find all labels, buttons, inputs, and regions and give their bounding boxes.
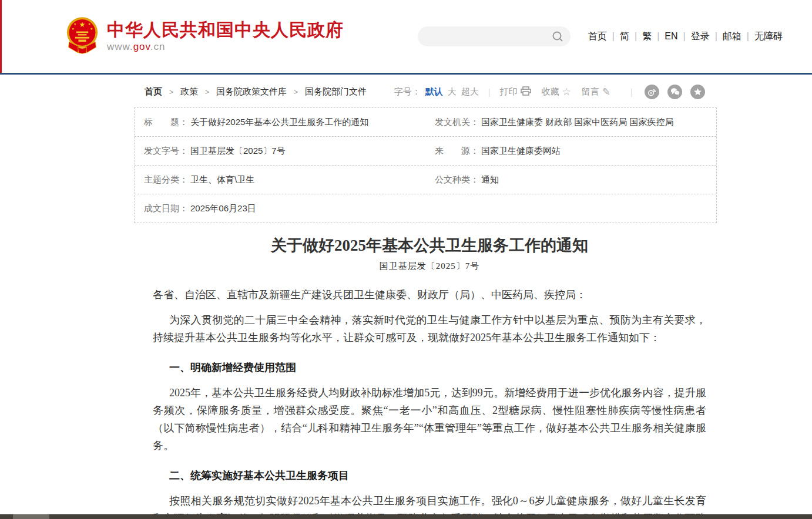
weibo-icon[interactable] bbox=[645, 85, 659, 99]
nav-item-6[interactable]: 无障碍 bbox=[754, 31, 783, 41]
search-input[interactable] bbox=[426, 26, 546, 48]
print-button[interactable]: 打印 bbox=[500, 86, 531, 97]
nav-item-4[interactable]: 登录 bbox=[691, 31, 710, 41]
page-tools: 字号： 默认大超大 | 打印 收藏 ☆ 留言 ✎ bbox=[394, 85, 705, 99]
meta-label: 发文字号： bbox=[144, 146, 188, 157]
site-header: ★ ★ ★ ★ ★ 中华人民共和国中央人民政 bbox=[0, 0, 812, 75]
svg-text:★: ★ bbox=[88, 22, 91, 26]
svg-text:★: ★ bbox=[73, 22, 76, 26]
meta-value: 国家卫生健康委网站 bbox=[481, 146, 561, 157]
nav-item-5[interactable]: 邮箱 bbox=[723, 31, 741, 41]
toolbar-divider: | bbox=[488, 87, 491, 97]
meta-cell-right: 公文种类：通知 bbox=[425, 174, 716, 186]
wechat-icon[interactable] bbox=[667, 85, 682, 99]
meta-label: 成文日期： bbox=[144, 203, 188, 214]
site-title: 中华人民共和国中央人民政府 bbox=[107, 20, 344, 39]
meta-row-3: 成文日期：2025年06月23日 bbox=[135, 194, 716, 223]
meta-cell-right: 来 源：国家卫生健康委网站 bbox=[425, 146, 716, 157]
font-size-option-2[interactable]: 超大 bbox=[461, 86, 479, 96]
site-url: www.gov.cn bbox=[107, 41, 344, 53]
breadcrumb-separator: > bbox=[287, 88, 305, 96]
breadcrumb-separator: > bbox=[198, 88, 216, 96]
favorite-button[interactable]: 收藏 ☆ bbox=[542, 86, 571, 98]
meta-value: 国家卫生健康委 财政部 国家中医药局 国家疾控局 bbox=[481, 117, 674, 128]
share-icons bbox=[645, 85, 705, 99]
meta-value: 2025年06月23日 bbox=[190, 203, 256, 214]
section-heading: 二、统筹实施好基本公共卫生服务项目 bbox=[153, 467, 706, 484]
nav-divider: | bbox=[678, 31, 691, 41]
meta-cell-left: 发文字号：国卫基层发〔2025〕7号 bbox=[135, 146, 425, 157]
svg-text:★: ★ bbox=[90, 27, 93, 31]
nav-item-0[interactable]: 首页 bbox=[588, 31, 607, 41]
meta-label: 标 题： bbox=[144, 117, 188, 128]
breadcrumb-item-1[interactable]: 政策 bbox=[180, 86, 198, 96]
national-emblem-logo: ★ ★ ★ ★ ★ bbox=[66, 16, 99, 56]
meta-label: 来 源： bbox=[435, 146, 479, 157]
breadcrumb-item-3[interactable]: 国务院部门文件 bbox=[305, 86, 367, 96]
breadcrumb-separator: > bbox=[162, 88, 180, 96]
body-paragraph: 2025年，基本公共卫生服务经费人均财政补助标准增加5元，达到99元。新增经费用… bbox=[153, 384, 706, 454]
meta-value: 国卫基层发〔2025〕7号 bbox=[190, 146, 286, 157]
toolbar-divider: | bbox=[630, 87, 633, 97]
site-brand[interactable]: ★ ★ ★ ★ ★ 中华人民共和国中央人民政 bbox=[66, 16, 344, 56]
star-outline-icon: ☆ bbox=[562, 86, 571, 98]
page: ★ ★ ★ ★ ★ 中华人民共和国中央人民政 bbox=[0, 0, 812, 519]
font-size-option-0[interactable]: 默认 bbox=[425, 86, 443, 96]
meta-value: 关于做好2025年基本公共卫生服务工作的通知 bbox=[190, 117, 368, 128]
nav-item-2[interactable]: 繁 bbox=[642, 31, 652, 41]
nav-item-1[interactable]: 简 bbox=[620, 31, 629, 41]
section-heading: 一、明确新增经费使用范围 bbox=[153, 359, 706, 376]
meta-label: 公文种类： bbox=[435, 174, 479, 186]
meta-label: 发文机关： bbox=[435, 117, 479, 128]
top-nav: 首页|简|繁|EN|登录|邮箱|无障碍 bbox=[588, 31, 783, 43]
meta-cell-left: 主题分类：卫生、体育\卫生 bbox=[135, 174, 425, 186]
document-paragraphs: 各省、自治区、直辖市及新疆生产建设兵团卫生健康委、财政厅（局）、中医药局、疾控局… bbox=[153, 286, 706, 519]
search-box[interactable] bbox=[418, 26, 571, 46]
meta-row-1: 发文字号：国卫基层发〔2025〕7号来 源：国家卫生健康委网站 bbox=[135, 137, 716, 166]
meta-row-2: 主题分类：卫生、体育\卫生公文种类：通知 bbox=[135, 166, 716, 194]
comment-button[interactable]: 留言 ✎ bbox=[582, 86, 610, 98]
horizontal-scrollbar[interactable] bbox=[0, 514, 812, 519]
meta-value: 卫生、体育\卫生 bbox=[190, 174, 254, 186]
nav-divider: | bbox=[741, 31, 754, 41]
pencil-icon: ✎ bbox=[602, 86, 610, 98]
document-meta-table: 标 题：关于做好2025年基本公共卫生服务工作的通知发文机关：国家卫生健康委 财… bbox=[134, 107, 717, 223]
scrollbar-thumb[interactable] bbox=[13, 514, 49, 519]
font-size-option-1[interactable]: 大 bbox=[448, 86, 457, 96]
breadcrumb-toolbar-row: 首页>政策>国务院政策文件库>国务院部门文件 字号： 默认大超大 | 打印 收藏… bbox=[145, 83, 705, 100]
nav-divider: | bbox=[710, 31, 723, 41]
svg-text:★: ★ bbox=[72, 27, 75, 31]
nav-divider: | bbox=[607, 31, 620, 41]
document-number: 国卫基层发〔2025〕7号 bbox=[153, 261, 706, 272]
breadcrumb: 首页>政策>国务院政策文件库>国务院部门文件 bbox=[145, 86, 367, 97]
window-edge-accent bbox=[0, 0, 2, 73]
body-paragraph: 为深入贯彻党的二十届三中全会精神，落实新时代党的卫生与健康工作方针中以基层为重点… bbox=[153, 311, 706, 346]
breadcrumb-item-0[interactable]: 首页 bbox=[145, 86, 162, 96]
svg-text:★: ★ bbox=[79, 21, 86, 29]
meta-row-0: 标 题：关于做好2025年基本公共卫生服务工作的通知发文机关：国家卫生健康委 财… bbox=[135, 108, 716, 137]
document-title: 关于做好2025年基本公共卫生服务工作的通知 bbox=[153, 235, 706, 256]
breadcrumb-item-2[interactable]: 国务院政策文件库 bbox=[216, 86, 287, 96]
meta-cell-right: 发文机关：国家卫生健康委 财政部 国家中医药局 国家疾控局 bbox=[425, 117, 716, 128]
nav-item-3[interactable]: EN bbox=[665, 31, 677, 41]
font-size-options: 默认大超大 bbox=[421, 86, 479, 97]
body-paragraph: 各省、自治区、直辖市及新疆生产建设兵团卫生健康委、财政厅（局）、中医药局、疾控局… bbox=[153, 286, 706, 304]
nav-divider: | bbox=[652, 31, 665, 41]
document-body: 关于做好2025年基本公共卫生服务工作的通知 国卫基层发〔2025〕7号 各省、… bbox=[134, 235, 717, 519]
search-icon[interactable] bbox=[552, 31, 563, 45]
qzone-icon[interactable] bbox=[690, 85, 705, 99]
nav-divider: | bbox=[629, 31, 642, 41]
meta-cell-left: 成文日期：2025年06月23日 bbox=[135, 203, 425, 214]
font-size-label: 字号： bbox=[394, 86, 421, 97]
printer-icon bbox=[521, 86, 531, 97]
meta-cell-left: 标 题：关于做好2025年基本公共卫生服务工作的通知 bbox=[135, 117, 425, 128]
meta-label: 主题分类： bbox=[144, 174, 188, 186]
meta-value: 通知 bbox=[481, 174, 499, 186]
